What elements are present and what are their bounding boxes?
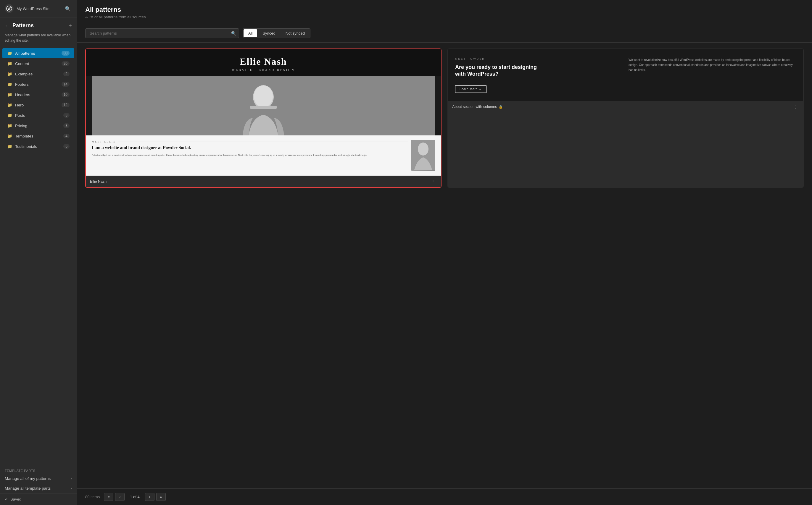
main-content: All patterns A list of all patterns from… (77, 0, 812, 505)
patterns-description: Manage what patterns are available when … (0, 31, 77, 48)
search-container: 🔍 (85, 28, 239, 38)
ellie-name: Ellie Nash (92, 56, 435, 67)
folder-icon: 📁 (7, 51, 12, 55)
sidebar-item-templates[interactable]: 📁 Templates 4 (2, 131, 74, 141)
folder-icon: 📁 (7, 144, 12, 149)
meet-label: MEET ELLIE (92, 140, 408, 143)
sidebar-item-testimonials[interactable]: 📁 Testimonials 6 (2, 141, 74, 151)
manage-patterns-link[interactable]: Manage all of my patterns › (0, 474, 77, 483)
ellie-top-section: Ellie Nash WEBSITE · BRAND DESIGN (86, 49, 441, 76)
sidebar-bottom: ✓ Saved (0, 493, 77, 505)
nav-label: Footers (15, 82, 59, 87)
nav-label: Hero (15, 103, 59, 107)
search-input[interactable] (85, 28, 239, 38)
folder-icon: 📁 (7, 92, 12, 97)
sidebar-item-all-patterns[interactable]: 📁 All patterns 80 (2, 48, 74, 58)
nav-count: 6 (63, 144, 70, 149)
nav-count: 12 (62, 103, 70, 107)
lock-icon: 🔒 (499, 105, 503, 109)
back-button[interactable]: ← (5, 23, 9, 28)
patterns-header: ← Patterns + (0, 17, 77, 31)
patterns-title: Patterns (12, 22, 34, 29)
sidebar-item-posts[interactable]: 📁 Posts 3 (2, 110, 74, 120)
pagination: 80 items « ‹ 1 of 4 › » (77, 488, 812, 505)
more-options-icon[interactable]: ⋮ (792, 104, 799, 110)
folder-icon: 📁 (7, 71, 12, 76)
about-meet-label: MEET POWDER (455, 57, 622, 60)
folder-icon: 📁 (7, 103, 12, 107)
svg-point-8 (418, 143, 429, 156)
pattern-card-ellie-nash[interactable]: Ellie Nash WEBSITE · BRAND DESIGN (85, 48, 442, 188)
filter-tabs: All Synced Not synced (243, 28, 311, 38)
nav-count: 8 (63, 123, 70, 128)
filter-tab-all[interactable]: All (244, 29, 257, 37)
ellie-bottom-body: Additionally, I am a masterful website e… (92, 153, 408, 157)
sidebar-item-content[interactable]: 📁 Content 20 (2, 58, 74, 68)
nav-count: 4 (63, 134, 70, 138)
folder-icon: 📁 (7, 123, 12, 128)
ellie-photo-area (92, 76, 435, 135)
patterns-grid: Ellie Nash WEBSITE · BRAND DESIGN (85, 48, 804, 188)
nav-label: Examples (15, 72, 61, 76)
prev-page-button[interactable]: ‹ (115, 493, 125, 501)
pattern-label-about: About section with columns 🔒 ⋮ (448, 101, 803, 113)
sidebar-nav: 📁 All patterns 80 📁 Content 20 📁 Example… (0, 48, 77, 462)
about-headline: Are you ready to start designing with Wo… (455, 64, 539, 78)
nav-count: 10 (62, 92, 70, 97)
pattern-label-text: Ellie Nash (90, 179, 107, 184)
learn-more-button[interactable]: Learn More → (455, 86, 486, 93)
pattern-preview-about: MEET POWDER Are you ready to start desig… (448, 49, 803, 101)
svg-text:W: W (8, 7, 11, 10)
first-page-button[interactable]: « (104, 493, 113, 501)
manage-templates-label: Manage all template parts (5, 486, 50, 491)
folder-icon: 📁 (7, 61, 12, 66)
pattern-label-ellie-nash: Ellie Nash ⋮ (86, 176, 441, 187)
nav-label: Content (15, 61, 59, 66)
sidebar-section-label: TEMPLATE PARTS (0, 467, 77, 474)
svg-point-4 (254, 86, 273, 107)
pattern-card-about-section[interactable]: MEET POWDER Are you ready to start desig… (447, 48, 804, 188)
folder-icon: 📁 (7, 113, 12, 118)
more-options-icon[interactable]: ⋮ (429, 179, 437, 184)
wp-logo: W (5, 4, 14, 13)
next-page-button[interactable]: › (145, 493, 154, 501)
toolbar: 🔍 All Synced Not synced (77, 24, 812, 42)
nav-count: 80 (62, 51, 70, 55)
nav-label: Headers (15, 93, 59, 97)
nav-label: All patterns (15, 51, 59, 55)
patterns-content: Ellie Nash WEBSITE · BRAND DESIGN (77, 42, 812, 488)
ellie-bottom-section: MEET ELLIE I am a website and brand desi… (86, 135, 441, 176)
filter-tab-synced[interactable]: Synced (258, 29, 280, 37)
folder-icon: 📁 (7, 134, 12, 138)
nav-count: 14 (62, 82, 70, 87)
sidebar-item-headers[interactable]: 📁 Headers 10 (2, 90, 74, 100)
check-icon: ✓ (5, 497, 8, 501)
svg-rect-6 (250, 106, 277, 109)
sidebar-top: W My WordPress Site 🔍 (0, 0, 77, 17)
ellie-bottom-photo (411, 140, 435, 171)
last-page-button[interactable]: » (156, 493, 166, 501)
nav-count: 20 (62, 61, 70, 66)
manage-templates-link[interactable]: Manage all template parts › (0, 483, 77, 493)
save-status: Saved (10, 497, 21, 501)
about-preview-content: MEET POWDER Are you ready to start desig… (448, 49, 803, 101)
ellie-bottom-title: I am a website and brand designer at Pow… (92, 145, 408, 151)
about-body-paragraph: We want to revolutionize how beautiful W… (628, 57, 796, 72)
add-pattern-button[interactable]: + (68, 22, 72, 29)
sidebar-item-pricing[interactable]: 📁 Pricing 8 (2, 121, 74, 131)
nav-count: 2 (63, 71, 70, 76)
filter-tab-not-synced[interactable]: Not synced (281, 29, 310, 37)
chevron-right-icon: › (71, 486, 72, 491)
sidebar-item-examples[interactable]: 📁 Examples 2 (2, 69, 74, 79)
search-button[interactable]: 🔍 (64, 5, 72, 13)
ellie-bottom-text: MEET ELLIE I am a website and brand desi… (92, 140, 408, 171)
search-icon: 🔍 (231, 31, 236, 36)
sidebar-divider (5, 464, 72, 464)
nav-label: Templates (15, 134, 61, 138)
manage-patterns-label: Manage all of my patterns (5, 476, 50, 481)
page-title: All patterns (85, 6, 804, 14)
ellie-tagline: WEBSITE · BRAND DESIGN (92, 68, 435, 71)
sidebar-item-footers[interactable]: 📁 Footers 14 (2, 79, 74, 89)
sidebar-item-hero[interactable]: 📁 Hero 12 (2, 100, 74, 110)
patterns-header-left: ← Patterns (5, 22, 34, 29)
